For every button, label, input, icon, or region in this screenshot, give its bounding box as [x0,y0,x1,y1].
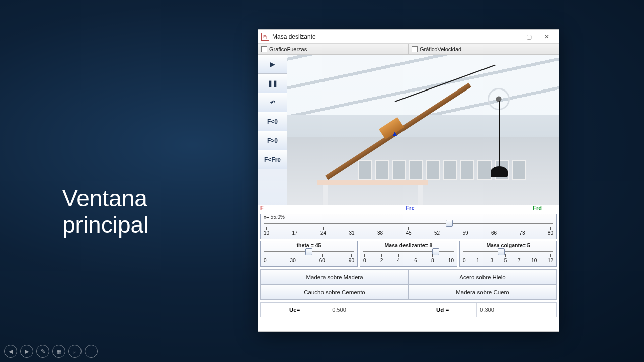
window-title: Masa deslizante [272,33,316,40]
maximize-button[interactable]: ▢ [520,31,538,43]
grid-view-icon[interactable]: ▦ [52,345,65,358]
ffre-button[interactable]: F<Fre [258,150,287,169]
position-slider[interactable]: x= 55.0% 1017 2431 3845 5259 6673 80 [260,214,557,239]
zoom-icon[interactable]: ⌕ [68,345,82,358]
titlebar: Ej Masa deslizante — ▢ ✕ [258,30,559,44]
checkbox-icon [261,46,267,52]
reset-button[interactable]: ↶ [258,93,287,112]
pause-button[interactable]: ❚❚ [258,74,287,93]
fpos-button[interactable]: F>0 [258,131,287,150]
app-window: Ej Masa deslizante — ▢ ✕ GraficoFuerzas … [258,29,559,332]
velocity-checkbox[interactable]: GráficoVelocidad [409,44,559,54]
close-button[interactable]: ✕ [538,31,556,43]
slide-title: Ventana principal [62,185,148,238]
material-wood-wood[interactable]: Madera sobre Madera [261,269,409,285]
simulation-view: ▲ ↖ [287,55,559,205]
next-slide-icon[interactable]: ▶ [20,345,33,358]
material-steel-ice[interactable]: Acero sobre Hielo [409,269,556,285]
theta-slider[interactable]: theta = 45 030 6090 [260,241,358,267]
ud-input[interactable] [480,307,553,313]
control-buttons: ▶ ❚❚ ↶ F<0 F>0 F<Fre [258,55,287,205]
app-icon: Ej [261,33,269,41]
presentation-toolbar: ◀ ▶ ✎ ▦ ⌕ ⋯ [4,345,98,358]
ue-label: Ue= [261,303,329,317]
force-legend: F Fre Frd [258,205,559,213]
hanging-mass-slider[interactable]: Masa colgante= 5 01 35 710 12 [459,241,557,267]
ue-input[interactable] [332,307,406,313]
force-arrow-icon: ▲ [391,129,399,138]
play-button[interactable]: ▶ [258,55,287,74]
material-wood-leather[interactable]: Madera sobre Cuero [409,285,556,300]
ud-label: Ud = [409,303,476,317]
forces-checkbox[interactable]: GraficoFuerzas [258,44,409,54]
fneg-button[interactable]: F<0 [258,112,287,131]
position-ticks: 1017 2431 3845 5259 6673 80 [264,227,553,238]
hanging-mass [491,166,508,177]
material-rubber-cement[interactable]: Caucho sobre Cemento [261,285,409,300]
graph-toggles: GraficoFuerzas GráficoVelocidad [258,44,559,55]
minimize-button[interactable]: — [502,31,520,43]
pen-icon[interactable]: ✎ [36,345,49,358]
checkbox-icon [412,46,418,52]
material-buttons: Madera sobre Madera Acero sobre Hielo Ca… [260,269,557,300]
prev-slide-icon[interactable]: ◀ [4,345,17,358]
sliding-mass-slider[interactable]: Masa deslizante= 8 02 46 810 [360,241,457,267]
coefficients-row: Ue= Ud = [260,302,557,317]
more-icon[interactable]: ⋯ [85,345,98,358]
